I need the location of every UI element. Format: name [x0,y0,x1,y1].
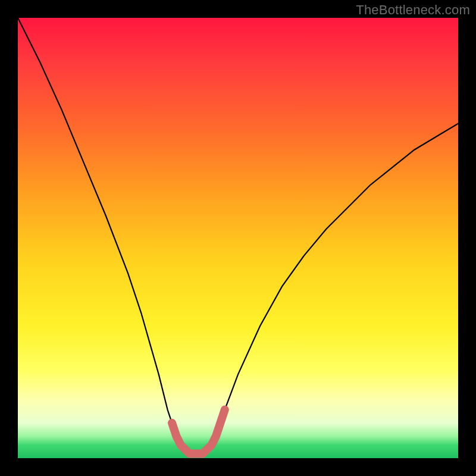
chart-stage: TheBottleneck.com [0,0,476,476]
bottleneck-curve [18,18,458,454]
watermark-text: TheBottleneck.com [356,2,470,18]
plot-area [18,18,458,458]
chart-svg [18,18,458,458]
highlight-band [172,410,225,454]
